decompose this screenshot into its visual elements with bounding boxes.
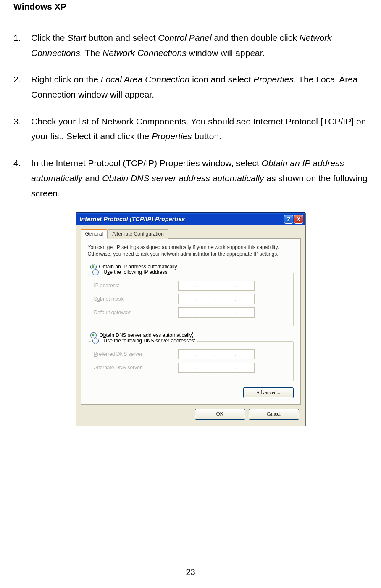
field-preferred-dns: Preferred DNS server: ... xyxy=(94,349,287,359)
tcpip-properties-dialog: Internet Protocol (TCP/IP) Properties ? … xyxy=(76,212,305,426)
ip-address-input[interactable]: ... xyxy=(178,281,255,291)
radio-use-following-dns[interactable]: Use the following DNS server addresses: xyxy=(104,338,196,344)
instruction-list: 1. Click the Start button and select Con… xyxy=(13,30,368,201)
field-default-gateway: Default gateway: ... xyxy=(94,307,287,318)
help-button[interactable]: ? xyxy=(284,215,293,224)
close-button[interactable]: X xyxy=(294,215,303,224)
step-4-text: In the Internet Protocol (TCP/IP) Proper… xyxy=(31,156,368,201)
description-text: You can get IP settings assigned automat… xyxy=(88,244,294,257)
cancel-button[interactable]: Cancel xyxy=(249,409,299,420)
step-1: 1. Click the Start button and select Con… xyxy=(13,30,368,60)
window-title: Internet Protocol (TCP/IP) Properties xyxy=(80,216,283,222)
tab-strip: General Alternate Configuration xyxy=(81,229,301,239)
section-heading: Windows XP xyxy=(13,2,368,12)
step-4: 4. In the Internet Protocol (TCP/IP) Pro… xyxy=(13,156,368,201)
step-2-num: 2. xyxy=(13,72,31,102)
group-manual-dns: Use the following DNS server addresses: … xyxy=(88,341,294,381)
step-4-num: 4. xyxy=(13,156,31,201)
radio-icon xyxy=(92,269,99,275)
alternate-dns-input[interactable]: ... xyxy=(178,363,255,373)
advanced-button[interactable]: Advanced... xyxy=(243,387,294,398)
group-manual-ip: Use the following IP address: IP address… xyxy=(88,273,294,326)
default-gateway-input[interactable]: ... xyxy=(178,307,255,318)
step-2: 2. Right click on the Local Area Connect… xyxy=(13,72,368,102)
field-subnet-mask: Subnet mask: ... xyxy=(94,294,287,304)
step-3: 3. Check your list of Network Components… xyxy=(13,114,368,144)
close-icon: X xyxy=(297,216,300,222)
titlebar[interactable]: Internet Protocol (TCP/IP) Properties ? … xyxy=(76,213,305,225)
tab-content-general: You can get IP settings assigned automat… xyxy=(81,239,301,404)
step-1-num: 1. xyxy=(13,30,31,60)
preferred-dns-input[interactable]: ... xyxy=(178,349,255,359)
step-3-num: 3. xyxy=(13,114,31,144)
subnet-mask-input[interactable]: ... xyxy=(178,294,255,304)
radio-icon xyxy=(92,338,99,344)
radio-use-following-ip[interactable]: Use the following IP address: xyxy=(104,269,169,275)
help-icon: ? xyxy=(286,216,290,222)
field-ip-address: IP address: ... xyxy=(94,281,287,291)
step-1-text: Click the Start button and select Contro… xyxy=(31,30,368,60)
step-3-text: Check your list of Network Components. Y… xyxy=(31,114,368,144)
ok-button[interactable]: OK xyxy=(195,409,245,420)
tab-general[interactable]: General xyxy=(81,229,108,239)
step-2-text: Right click on the Local Area Connection… xyxy=(31,72,368,102)
tab-alternate-configuration[interactable]: Alternate Configuration xyxy=(108,229,168,239)
page-number: 23 xyxy=(13,558,368,577)
field-alternate-dns: Alternate DNS server: ... xyxy=(94,363,287,373)
